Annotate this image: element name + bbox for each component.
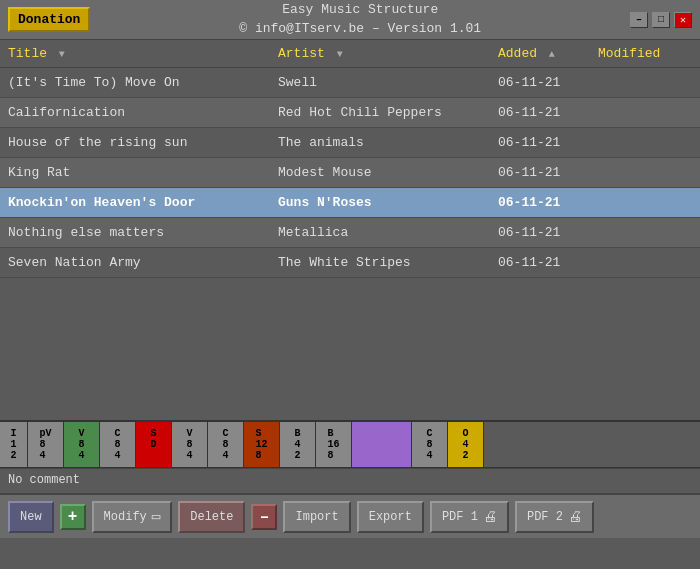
segment-bar: I 1 2pV 8 4V 8 4C 8 4S D V 8 4C 8 4S 12 …: [0, 420, 700, 468]
cell-modified: [590, 218, 700, 248]
modify-icon: ▭: [152, 508, 160, 525]
cell-title: House of the rising sun: [0, 128, 270, 158]
table-header-row: Title ▼ Artist ▼ Added ▲ Modified: [0, 40, 700, 68]
cell-title: Knockin'on Heaven's Door: [0, 188, 270, 218]
cell-added: 06-11-21: [490, 188, 590, 218]
close-button[interactable]: ✕: [674, 12, 692, 28]
cell-title: (It's Time To) Move On: [0, 68, 270, 98]
bottom-toolbar: New + Modify ▭ Delete – Import Export PD…: [0, 494, 700, 538]
segment-9[interactable]: B 16 8: [316, 422, 352, 467]
pdf2-button[interactable]: PDF 2 🖨: [515, 501, 594, 533]
cell-modified: [590, 248, 700, 278]
music-table: Title ▼ Artist ▼ Added ▲ Modified (It's …: [0, 40, 700, 278]
window-controls: – □ ✕: [630, 12, 692, 28]
segment-10[interactable]: [352, 422, 412, 467]
cell-artist: Guns N'Roses: [270, 188, 490, 218]
artist-filter-icon[interactable]: ▼: [337, 49, 343, 60]
donation-button[interactable]: Donation: [8, 7, 90, 32]
table-body: (It's Time To) Move OnSwell06-11-21Calif…: [0, 68, 700, 278]
cell-added: 06-11-21: [490, 248, 590, 278]
delete-button[interactable]: Delete: [178, 501, 245, 533]
segment-5[interactable]: V 8 4: [172, 422, 208, 467]
music-table-area: Title ▼ Artist ▼ Added ▲ Modified (It's …: [0, 40, 700, 420]
pdf1-icon: 🖨: [483, 509, 497, 525]
cell-title: Nothing else matters: [0, 218, 270, 248]
cell-modified: [590, 158, 700, 188]
cell-artist: The White Stripes: [270, 248, 490, 278]
cell-added: 06-11-21: [490, 158, 590, 188]
cell-title: Californication: [0, 98, 270, 128]
table-row[interactable]: Seven Nation ArmyThe White Stripes06-11-…: [0, 248, 700, 278]
comment-area: No comment: [0, 468, 700, 494]
table-row[interactable]: (It's Time To) Move OnSwell06-11-21: [0, 68, 700, 98]
pdf2-icon: 🖨: [568, 509, 582, 525]
title-filter-icon[interactable]: ▼: [59, 49, 65, 60]
segment-6[interactable]: C 8 4: [208, 422, 244, 467]
pdf1-button[interactable]: PDF 1 🖨: [430, 501, 509, 533]
export-button[interactable]: Export: [357, 501, 424, 533]
modify-button[interactable]: Modify ▭: [92, 501, 173, 533]
cell-added: 06-11-21: [490, 128, 590, 158]
segment-7[interactable]: S 12 8: [244, 422, 280, 467]
minus-button[interactable]: –: [251, 504, 277, 530]
table-row[interactable]: CalifornicationRed Hot Chili Peppers06-1…: [0, 98, 700, 128]
col-header-modified[interactable]: Modified: [590, 40, 700, 68]
table-row[interactable]: King RatModest Mouse06-11-21: [0, 158, 700, 188]
maximize-button[interactable]: □: [652, 12, 670, 28]
cell-title: Seven Nation Army: [0, 248, 270, 278]
app-title-line1: Easy Music Structure: [90, 1, 630, 19]
segment-8[interactable]: B 4 2: [280, 422, 316, 467]
cell-modified: [590, 98, 700, 128]
plus-button[interactable]: +: [60, 504, 86, 530]
col-header-title[interactable]: Title ▼: [0, 40, 270, 68]
col-header-artist[interactable]: Artist ▼: [270, 40, 490, 68]
cell-modified: [590, 68, 700, 98]
table-row[interactable]: Knockin'on Heaven's DoorGuns N'Roses06-1…: [0, 188, 700, 218]
app-title-line2: © info@ITserv.be – Version 1.01: [90, 20, 630, 38]
minimize-button[interactable]: –: [630, 12, 648, 28]
added-filter-icon[interactable]: ▲: [549, 49, 555, 60]
cell-modified: [590, 188, 700, 218]
title-bar: Donation Easy Music Structure © info@ITs…: [0, 0, 700, 40]
table-row[interactable]: House of the rising sunThe animals06-11-…: [0, 128, 700, 158]
cell-artist: Red Hot Chili Peppers: [270, 98, 490, 128]
cell-artist: Modest Mouse: [270, 158, 490, 188]
segment-2[interactable]: V 8 4: [64, 422, 100, 467]
import-button[interactable]: Import: [283, 501, 350, 533]
segment-4[interactable]: S D: [136, 422, 172, 467]
cell-artist: The animals: [270, 128, 490, 158]
segment-12[interactable]: O 4 2: [448, 422, 484, 467]
cell-title: King Rat: [0, 158, 270, 188]
segment-11[interactable]: C 8 4: [412, 422, 448, 467]
cell-modified: [590, 128, 700, 158]
segment-0[interactable]: I 1 2: [0, 422, 28, 467]
segment-3[interactable]: C 8 4: [100, 422, 136, 467]
table-row[interactable]: Nothing else mattersMetallica06-11-21: [0, 218, 700, 248]
app-title: Easy Music Structure © info@ITserv.be – …: [90, 1, 630, 37]
cell-added: 06-11-21: [490, 68, 590, 98]
col-header-added[interactable]: Added ▲: [490, 40, 590, 68]
segment-1[interactable]: pV 8 4: [28, 422, 64, 467]
comment-text: No comment: [8, 473, 80, 487]
cell-added: 06-11-21: [490, 218, 590, 248]
cell-artist: Swell: [270, 68, 490, 98]
cell-added: 06-11-21: [490, 98, 590, 128]
cell-artist: Metallica: [270, 218, 490, 248]
new-button[interactable]: New: [8, 501, 54, 533]
